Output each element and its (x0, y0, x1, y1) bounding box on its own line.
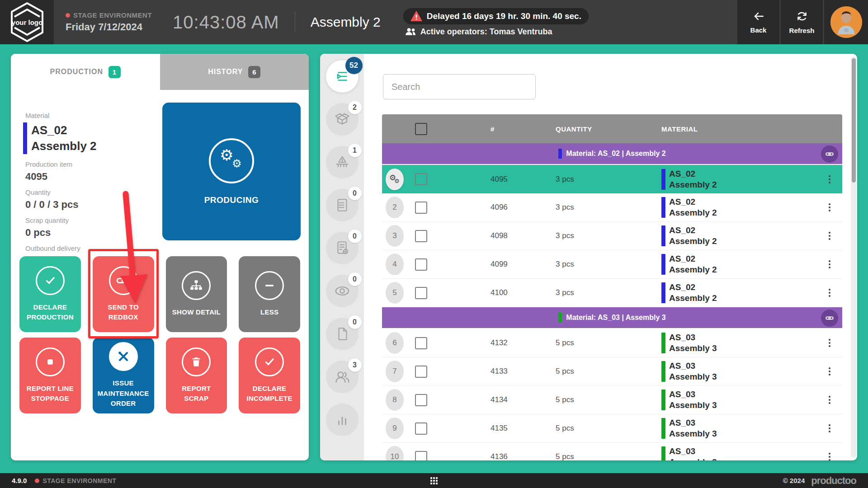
tab-production[interactable]: PRODUCTION 1 (11, 54, 160, 90)
active-operators: Active operators: Tomas Ventruba (403, 27, 589, 37)
back-label: Back (750, 26, 767, 34)
rail-line-warning[interactable]: 1 (326, 146, 359, 178)
send-to-redbox-button[interactable]: SEND TO REDBOX (93, 256, 154, 332)
order-material: AS_02 Assembly 2 (642, 253, 817, 275)
material-name: Assembly 2 (31, 138, 97, 154)
row-menu-button[interactable] (826, 229, 833, 243)
report-line-stoppage-label: REPORT LINE STOPPAGE (24, 384, 76, 404)
select-all-checkbox[interactable] (415, 123, 427, 135)
row-menu-button[interactable] (826, 258, 833, 271)
report-scrap-button[interactable]: REPORT SCRAP (166, 338, 227, 413)
row-menu-button[interactable] (826, 201, 833, 214)
orders-content: # QUANTITY MATERIAL Material: AS_02 | As… (364, 54, 857, 460)
orders-panel: 52 2 1 0 (320, 54, 857, 460)
production-item-value: 4095 (25, 171, 152, 183)
rail-checklist[interactable]: 0 (326, 189, 359, 221)
search-input[interactable] (383, 74, 536, 99)
order-number: 4135 (434, 424, 525, 433)
row-checkbox[interactable] (415, 287, 427, 299)
rail-visual-inspection[interactable]: 0 (326, 275, 359, 307)
material-code: AS_03 (669, 332, 717, 343)
order-number: 4133 (434, 367, 525, 376)
declare-incomplete-button[interactable]: DECLARE INCOMPLETE (239, 338, 300, 413)
row-menu-button[interactable] (826, 286, 833, 300)
row-menu-button[interactable] (826, 173, 833, 186)
refresh-button[interactable]: Refresh (781, 0, 823, 44)
rail-document-sign[interactable]: 0 (326, 232, 359, 264)
order-row[interactable]: 3 4098 3 pcs AS_02 Assembly 2 (382, 222, 842, 250)
rail-statistics[interactable] (326, 404, 359, 436)
row-checkbox[interactable] (415, 258, 427, 271)
row-menu-button[interactable] (826, 336, 833, 350)
order-row[interactable]: 10 4136 5 pcs AS_03 Assembly 3 (382, 443, 842, 460)
production-panel: PRODUCTION 1 HISTORY 6 Material AS_02 As… (11, 54, 309, 460)
apps-grid-icon[interactable] (430, 477, 438, 484)
less-button[interactable]: LESS (239, 256, 300, 332)
material-code: AS_03 (669, 389, 717, 400)
order-quantity: 3 pcs (525, 260, 642, 269)
rail-production-queue[interactable]: 52 (326, 60, 359, 93)
material-color-bar (661, 254, 665, 275)
sitemap-icon (182, 271, 211, 300)
order-number: 4099 (434, 260, 525, 269)
row-number-chip: 5 (386, 282, 404, 304)
version-label: 4.9.0 (12, 477, 27, 484)
row-checkbox[interactable] (415, 451, 427, 461)
quantity-value: 0 / 0 / 3 pcs (25, 199, 152, 211)
orders-table: # QUANTITY MATERIAL Material: AS_02 | As… (382, 114, 842, 460)
order-quantity: 3 pcs (525, 175, 642, 184)
show-detail-button[interactable]: SHOW DETAIL (166, 256, 227, 332)
order-row[interactable]: 2 4096 3 pcs AS_02 Assembly 2 (382, 193, 842, 222)
order-row[interactable]: ⚙⚙ 4095 3 pcs AS_02 Assembly 2 (382, 165, 842, 193)
tab-history-badge: 6 (248, 66, 260, 78)
report-line-stoppage-button[interactable]: REPORT LINE STOPPAGE (19, 338, 81, 413)
order-row[interactable]: 5 4100 3 pcs AS_02 Assembly 2 (382, 279, 842, 307)
scrollbar-thumb[interactable] (852, 58, 856, 183)
row-menu-button[interactable] (826, 393, 833, 407)
declare-production-button[interactable]: DECLARE PRODUCTION (19, 256, 81, 332)
packaging-box-icon (334, 111, 351, 128)
user-avatar-block[interactable] (824, 0, 868, 44)
material-color-bar (661, 169, 665, 190)
row-checkbox[interactable] (415, 422, 427, 435)
refresh-label: Refresh (789, 27, 815, 34)
logo-block[interactable]: your logo (0, 0, 54, 44)
order-row[interactable]: 7 4133 5 pcs AS_03 Assembly 3 (382, 357, 842, 386)
scrollbar-track[interactable] (851, 56, 857, 458)
rail-packaging[interactable]: 2 (326, 103, 359, 136)
header-actions: Back Refresh (737, 0, 868, 44)
back-button[interactable]: Back (737, 0, 779, 44)
order-material: AS_03 Assembly 3 (642, 332, 817, 354)
row-checkbox[interactable] (415, 230, 427, 242)
row-checkbox[interactable] (415, 337, 427, 349)
header-divider (295, 12, 295, 33)
rail-documents[interactable]: 0 (326, 318, 359, 350)
material-group-label: Material: AS_03 | Assembly 3 (566, 314, 665, 322)
row-menu-button[interactable] (826, 422, 833, 435)
group-link-button[interactable] (821, 310, 838, 327)
tab-history[interactable]: HISTORY 6 (160, 54, 309, 90)
row-checkbox[interactable] (415, 366, 427, 378)
row-number-chip: ⚙⚙ (386, 169, 404, 190)
row-checkbox[interactable] (415, 173, 427, 185)
order-row[interactable]: 8 4134 5 pcs AS_03 Assembly 3 (382, 386, 842, 414)
material-block: AS_02 Assembly 2 (23, 122, 152, 154)
eye-icon (333, 282, 351, 300)
report-scrap-label: REPORT SCRAP (170, 384, 223, 404)
producing-status-tile[interactable]: ⚙⚙ PRODUCING (162, 103, 301, 240)
group-link-button[interactable] (821, 145, 838, 163)
app-footer: 4.9.0 STAGE ENVIRONMENT © 2024 productoo (0, 473, 868, 488)
row-checkbox[interactable] (415, 202, 427, 214)
issue-maintenance-order-button[interactable]: ISSUE MAINTENANCE ORDER (93, 338, 154, 413)
row-number-chip: 2 (386, 197, 404, 218)
row-checkbox[interactable] (415, 394, 427, 406)
row-menu-button[interactable] (826, 365, 833, 378)
order-row[interactable]: 4 4099 3 pcs AS_02 Assembly 2 (382, 250, 842, 279)
row-number-chip: 6 (386, 332, 404, 354)
row-menu-button[interactable] (826, 450, 833, 460)
order-row[interactable]: 6 4132 5 pcs AS_03 Assembly 3 (382, 329, 842, 357)
order-row[interactable]: 9 4135 5 pcs AS_03 Assembly 3 (382, 414, 842, 443)
rail-operators[interactable]: 3 (326, 361, 359, 393)
table-header: # QUANTITY MATERIAL (382, 114, 842, 143)
order-number: 4132 (434, 338, 525, 347)
